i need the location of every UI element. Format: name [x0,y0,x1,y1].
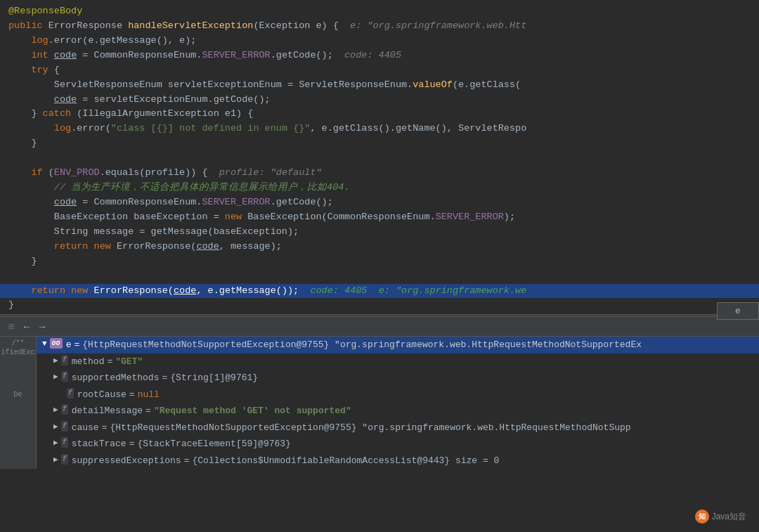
field-type-icon-e: oo [50,338,63,349]
debug-row-stackTrace[interactable]: ▶ f stackTrace = {StackTraceElement[59]@… [37,436,759,453]
debug-tooltip: e [717,302,759,320]
code-server-line: code = CommonResponseEnum.SERVER_ERROR.g… [0,195,759,210]
expand-arrow-detailMessage[interactable]: ▶ [53,404,58,416]
eq-suppressedExceptions: = [184,454,190,468]
side-label-exc: ifiedExc [1,349,34,356]
try-line: try { [0,63,759,78]
expand-arrow-rootCause[interactable]: ▶ [59,388,64,400]
eq-cause: = [102,421,108,435]
toolbar-back-icon[interactable]: ← [21,321,32,332]
base-exc-line: BaseException baseException = new BaseEx… [0,210,759,225]
toolbar-grid-icon[interactable]: ⊞ [6,321,17,332]
expand-arrow-cause[interactable]: ▶ [53,421,58,433]
field-name-suppressedExceptions: suppressedExceptions [72,454,181,468]
field-name-method: method [72,355,105,369]
close-if-line: } [0,254,759,269]
log-error-line: log.error(e.getMessage(), e); [0,34,759,48]
debug-row-e[interactable]: ▼ oo e = {HttpRequestMethodNotSupportedE… [37,337,759,353]
servlet-enum-line: ServletResponseEnum servletExceptionEnum… [0,78,759,93]
value-supportedMethods: {String[1]@9761} [170,371,258,385]
side-label-de: De [13,391,22,398]
debug-row-detailMessage[interactable]: ▶ f detailMessage = "Request method 'GET… [37,403,759,420]
debug-row-rootCause[interactable]: ▶ f rootCause = null [37,387,759,403]
field-type-icon-stackTrace: f [61,437,68,448]
code-assign-line: code = servletExceptionEnum.getCode(); [0,93,759,108]
debug-row-method[interactable]: ▶ f method = "GET" [37,353,759,370]
highlighted-return-line: return new ErrorResponse(code, e.getMess… [0,284,759,299]
value-cause: {HttpRequestMethodNotSupportedException@… [110,421,630,435]
field-type-icon-cause: f [61,421,68,432]
blank-line-2 [0,269,759,284]
debug-row-suppressedExceptions[interactable]: ▶ f suppressedExceptions = {Collections$… [37,453,759,469]
debug-row-supportedMethods[interactable]: ▶ f supportedMethods = {String[1]@9761} [37,370,759,387]
eq-method: = [107,355,112,369]
debug-toolbar: ⊞ ← → [0,317,759,337]
toolbar-forward-icon[interactable]: → [37,321,48,332]
debug-panel: /** ifiedExc De ▼ oo e = {HttpRequestMet… [0,337,759,469]
eq-stackTrace: = [129,437,135,451]
code-editor: @ResponseBody public ErrorResponse handl… [0,0,759,313]
int-code-line: int code = CommonResponseEnum.SERVER_ERR… [0,48,759,63]
field-type-icon-suppressedExceptions: f [61,454,68,465]
watermark: 知 Java知音 [695,510,746,524]
field-name-e: e [66,338,72,352]
value-rootCause: null [138,388,160,402]
return-err-line: return new ErrorResponse(code, message); [0,240,759,254]
eq-supportedMethods: = [162,371,167,385]
comment-cn-line: // 当为生产环境，不适合把具体的异常信息展示给用户，比如404. [0,181,759,195]
value-detailMessage: "Request method 'GET' not supported" [154,404,351,418]
field-type-icon-rootCause: f [67,388,74,398]
field-type-icon-supportedMethods: f [61,371,68,382]
blank-line-1 [0,151,759,166]
field-name-cause: cause [72,421,99,435]
close-catch-line: } [0,136,759,151]
annotation-line: @ResponseBody [0,4,759,19]
string-msg-line: String message = getMessage(baseExceptio… [0,225,759,240]
debug-row-cause[interactable]: ▶ f cause = {HttpRequestMethodNotSupport… [37,420,759,436]
method-signature-line: public ErrorResponse handleServletExcept… [0,19,759,34]
eq-detailMessage: = [145,404,151,418]
eq-e: = [74,338,79,352]
value-stackTrace: {StackTraceElement[59]@9763} [137,437,290,451]
log-class-line: log.error("class [{}] not defined in enu… [0,122,759,136]
expand-arrow-e[interactable]: ▼ [42,338,47,350]
expand-arrow-supportedMethods[interactable]: ▶ [53,371,58,383]
expand-arrow-suppressedExceptions[interactable]: ▶ [53,454,58,466]
value-e: {HttpRequestMethodNotSupportedException@… [82,338,642,352]
field-name-detailMessage: detailMessage [72,404,143,418]
expand-arrow-method[interactable]: ▶ [53,355,58,367]
watermark-text: Java知音 [712,511,746,523]
field-name-rootCause: rootCause [77,388,126,402]
eq-rootCause: = [129,388,135,402]
value-method: "GET" [115,355,143,369]
field-type-icon-detailMessage: f [61,404,68,415]
value-suppressedExceptions: {Collections$UnmodifiableRandomAccessLis… [192,454,499,468]
if-env-line: if (ENV_PROD.equals(profile)) { profile:… [0,166,759,181]
field-name-supportedMethods: supportedMethods [72,371,160,385]
side-label-jee: /** [11,339,24,347]
field-type-icon-method: f [61,355,68,365]
expand-arrow-stackTrace[interactable]: ▶ [53,437,58,449]
watermark-logo: 知 [695,510,709,524]
field-name-stackTrace: stackTrace [72,437,126,451]
catch-line: } catch (IllegalArgumentException e1) { [0,107,759,122]
ide-window: @ResponseBody public ErrorResponse handl… [0,0,759,532]
close-method-line: } [0,298,759,313]
